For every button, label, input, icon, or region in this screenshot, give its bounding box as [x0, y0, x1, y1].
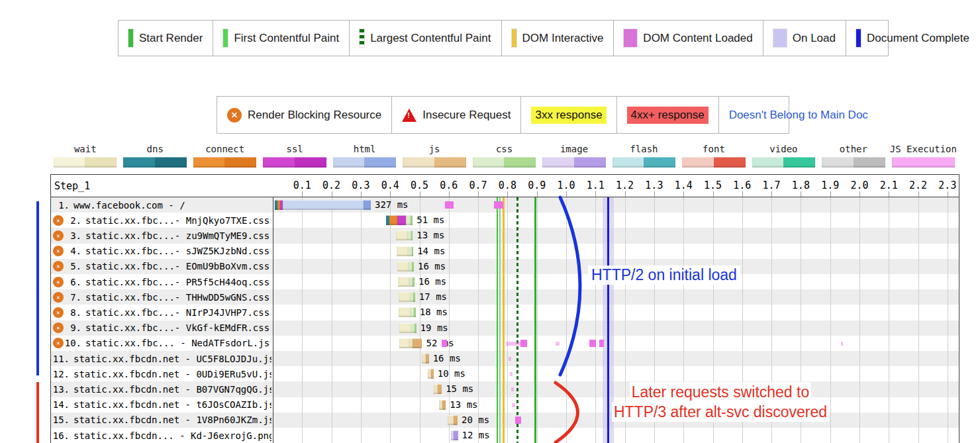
request-row-label[interactable]: 14.static.xx.fbcdn.net - t6JOsCOAZIb.js — [52, 397, 271, 413]
request-bar-segment-js_dark[interactable] — [442, 400, 446, 410]
start-render-marker — [497, 197, 498, 443]
render-blocking-icon: ✕ — [53, 292, 64, 303]
axis-tick — [683, 191, 684, 197]
resource-legend-chip-slot — [889, 154, 958, 168]
request-bar-segment-css_dark[interactable] — [411, 230, 413, 240]
resource-chip-icon — [752, 157, 815, 168]
axis-tick-label: 1.3 — [640, 179, 669, 191]
request-bar-segment-connect[interactable] — [389, 215, 397, 225]
first-paint-marker — [499, 197, 501, 443]
phase-chip-icon — [773, 29, 787, 47]
request-row-label[interactable]: 13.static.xx.fbcdn.net - B07VGN7qgQG.js — [52, 381, 271, 397]
request-bar-segment-js_dark[interactable] — [426, 354, 429, 364]
request-number: 9. — [64, 322, 81, 333]
request-number: 10. — [64, 338, 81, 348]
render-blocking-icon: ✕ — [53, 261, 64, 271]
resource-legend-label: dns — [120, 144, 189, 154]
request-row-label[interactable]: ✕6.static.xx.fbc...- PR5f5cH44oq.css — [52, 274, 271, 289]
request-url: static.xx.fbc...- THHwDD5wGNS.css — [85, 292, 270, 303]
request-bar-segment-wait[interactable] — [399, 338, 409, 348]
request-bar-segment-wait[interactable] — [399, 307, 410, 317]
resource-legend-label: wait — [50, 144, 120, 154]
request-row-label[interactable]: ✕8.static.xx.fbc...- NIrPJ4JVHP7.css — [52, 305, 271, 320]
request-bar-segment-html_light[interactable] — [283, 200, 364, 210]
request-row-label[interactable]: ✕3.static.xx.fbc...- zu9WmQTyME9.css — [52, 228, 271, 243]
axis-tick — [332, 191, 332, 197]
phase-legend-item: DOM Interactive — [501, 21, 614, 56]
request-row-label[interactable]: 1.www.facebook.com - / — [52, 197, 271, 213]
js-execution-mark — [520, 340, 527, 347]
request-row-label[interactable]: 12.static.xx.fbcdn.net - 0UDi9ERu5vU.js — [52, 366, 271, 381]
gridline — [918, 197, 919, 443]
axis-tick — [537, 191, 538, 197]
axis-tick — [449, 191, 450, 197]
axis-tick-label: 1.8 — [786, 179, 815, 191]
request-row-label[interactable]: ✕2.static.xx.fbc...- MnjQkyo7TXE.css — [52, 213, 271, 228]
resource-legend-labels: waitdnsconnectsslhtmljscssimageflashfont… — [50, 144, 958, 154]
axis-tick — [713, 191, 714, 197]
request-row-label[interactable]: 16.static.xx.fbcdn... - Kd-J6exrojG.png — [52, 428, 271, 443]
request-row-label[interactable]: 11.static.xx.fbcdn.net - UC5F8LOJDJu.js — [52, 351, 271, 366]
request-bar-segment-js_light[interactable] — [448, 415, 454, 425]
phase-legend-label: Document Complete — [867, 32, 969, 45]
axis-tick-label: 1.7 — [757, 179, 786, 191]
request-row-label[interactable]: ✕5.static.xx.fbc...- EOmU9bBoXvm.css — [52, 259, 271, 274]
request-row-label[interactable]: ✕7.static.xx.fbc...- THHwDD5wGNS.css — [52, 289, 271, 305]
request-bar-segment-css_dark[interactable] — [413, 292, 415, 302]
js-execution-mark — [445, 201, 454, 209]
request-bar-segment-wait[interactable] — [398, 277, 409, 287]
request-bar-segment-css_light[interactable] — [406, 215, 411, 225]
axis-tick-label: 0.3 — [346, 179, 375, 191]
request-bar-segment-css_dark[interactable] — [414, 307, 416, 317]
request-bar-segment-css_dark[interactable] — [412, 262, 414, 271]
request-number: 5. — [64, 261, 81, 271]
request-row-label[interactable]: ✕10.static.xx.fbc... - NedATFsdorL.js — [52, 336, 271, 351]
request-bar-segment-wait[interactable] — [399, 292, 410, 302]
waterfall-header: Step_1 0.10.20.30.40.50.60.70.80.91.01.1… — [51, 175, 959, 197]
request-bar-segment-wait[interactable] — [396, 230, 407, 240]
flag-legend-label: 4xx+ response — [627, 107, 709, 124]
request-bar-segment-js_dark[interactable] — [454, 415, 458, 425]
axis-tick — [625, 191, 626, 197]
phase-legend-label: On Load — [793, 32, 836, 45]
annotation-http3: Later requests switched to HTTP/3 after … — [575, 382, 866, 422]
request-row-label[interactable]: 15.static.xx.fbcdn.net - 1V8Pn60JKZm.js — [52, 413, 271, 428]
gridline — [948, 197, 948, 443]
http2-range-line — [36, 201, 39, 375]
request-bar-segment-html_dark[interactable] — [364, 200, 371, 210]
resource-legend-label: font — [679, 144, 748, 154]
axis-tick-label: 0.7 — [464, 179, 493, 191]
axis-tick-label: 1.6 — [728, 179, 757, 191]
request-bar-segment-wait[interactable] — [397, 262, 409, 271]
axis-tick-label: 0.8 — [493, 179, 522, 191]
request-bar-segment-ssl[interactable] — [397, 215, 406, 225]
resource-legend-chip-slot — [818, 154, 888, 168]
request-row-label[interactable]: ✕9.static.xx.fbc...- VkGf-kEMdFR.css — [52, 320, 271, 336]
request-row-label[interactable]: ✕4.static.xx.fbc...- sJWZ5KJzbNd.css — [52, 244, 271, 259]
request-bar-segment-css_dark[interactable] — [413, 277, 415, 287]
request-url: static.xx.fbc...- NIrPJ4JVHP7.css — [85, 307, 270, 318]
request-bar-segment-js_dark[interactable] — [413, 338, 422, 348]
request-number: 4. — [64, 246, 81, 256]
warning-exclamation: ! — [407, 112, 410, 119]
request-bar-segment-wait[interactable] — [397, 246, 408, 256]
flag-legend-item[interactable]: Doesn't Belong to Main Doc — [718, 97, 878, 133]
resource-legend-label: JS Execution — [889, 144, 958, 154]
render-blocking-icon: ✕ — [53, 307, 64, 318]
resource-chip-icon — [612, 157, 675, 168]
request-bar-segment-css_dark[interactable] — [415, 323, 416, 333]
resource-type-legend: waitdnsconnectsslhtmljscssimageflashfont… — [50, 144, 958, 168]
request-bar-segment-js_dark[interactable] — [438, 384, 442, 394]
resource-chip-icon — [682, 157, 745, 168]
resource-legend-chip-slot — [330, 154, 399, 168]
request-url: static.xx.fbc...- MnjQkyo7TXE.css — [85, 215, 270, 226]
resource-legend-chip-slot — [190, 154, 260, 168]
resource-legend-chip-slot — [539, 154, 609, 168]
request-bar-segment-image_dark[interactable] — [454, 430, 458, 440]
flag-legend-label: Doesn't Belong to Main Doc — [729, 109, 868, 122]
request-bar-segment-wait[interactable] — [399, 323, 411, 333]
resource-legend-label: html — [330, 144, 399, 154]
request-bar-segment-css_dark[interactable] — [412, 246, 414, 256]
request-bar-segment-css_dark[interactable] — [411, 215, 413, 225]
request-bar-segment-js_dark[interactable] — [431, 369, 434, 379]
